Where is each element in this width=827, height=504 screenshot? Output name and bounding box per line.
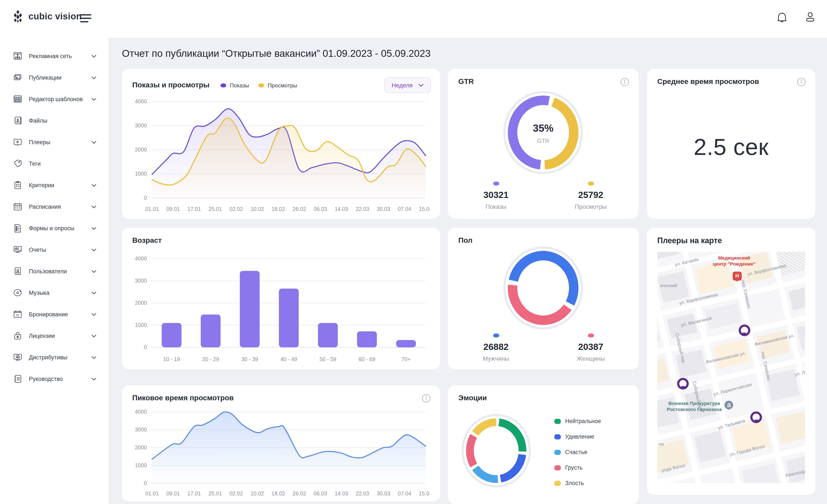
sidebar-item-schedule[interactable]: Расписания [0, 196, 108, 217]
card-age: Возраст 0100020003000400010 - 1920 - 293… [122, 228, 440, 369]
sidebar-item-booking[interactable]: 31Бронирование [0, 303, 108, 325]
sidebar-item-reports[interactable]: Очеты [0, 239, 108, 261]
map-player-marker[interactable] [677, 378, 689, 389]
legend-dot [554, 465, 561, 470]
card-title-age: Возраст [132, 236, 162, 245]
info-icon[interactable] [620, 77, 629, 88]
stat-label: Мужчины [483, 355, 509, 362]
svg-text:30.03: 30.03 [377, 206, 390, 212]
svg-text:15.04: 15.04 [419, 206, 430, 212]
svg-text:2000: 2000 [135, 300, 147, 306]
sidebar-item-template-editor[interactable]: Редактор шаблонов [0, 88, 108, 110]
sidebar-item-label: Пользователи [29, 268, 67, 274]
sidebar-item-users[interactable]: Пользователи [0, 261, 108, 282]
svg-text:10 - 19: 10 - 19 [163, 356, 180, 362]
emotions-legend: НейтральноеУдивлениеСчастьеГрустьЗлость [554, 418, 601, 486]
card-emotions: Эмоции НейтральноеУдивлениеСчастьеГрусть… [448, 385, 639, 504]
svg-text:06.03: 06.03 [313, 491, 327, 497]
emotions-donut-chart [450, 408, 545, 493]
legend-dot [554, 418, 561, 424]
gtr-stats: 30321Показы25792Просмотры [448, 182, 639, 210]
sidebar-item-label: Расписания [29, 203, 61, 210]
medical-center-pin[interactable]: Н [733, 271, 742, 280]
svg-text:0: 0 [144, 195, 147, 201]
map-player-marker[interactable] [750, 411, 762, 423]
svg-text:15.04: 15.04 [419, 491, 430, 497]
template-editor-icon [13, 94, 22, 104]
svg-text:07.04: 07.04 [398, 491, 411, 497]
poi-label: Военная ПрокуратураРостовского Гарнизона [667, 401, 722, 413]
sidebar-item-network[interactable]: Рекламная сеть [0, 45, 108, 67]
sidebar-item-tags[interactable]: Теги [0, 153, 108, 174]
map-player-marker[interactable] [738, 325, 750, 336]
players-map[interactable]: ул. Катаеваул. Варфоломеевапер. Семашкоу… [657, 252, 805, 483]
user-profile-icon[interactable] [805, 11, 816, 23]
brand-logo[interactable]: cubic vision [12, 9, 82, 23]
avg-view-time-value: 2.5 сек [647, 133, 815, 160]
emotions-legend-item: Нейтральное [554, 418, 601, 425]
svg-text:4000: 4000 [135, 256, 147, 262]
legend-item: Просмотры [259, 82, 297, 89]
music-icon [13, 288, 22, 297]
street-label: ический [660, 283, 677, 288]
publications-icon [13, 73, 22, 82]
sidebar-item-guide[interactable]: Руководство [0, 368, 108, 390]
chevron-down-icon [91, 203, 96, 211]
svg-text:14.03: 14.03 [335, 491, 348, 497]
svg-text:70+: 70+ [401, 356, 410, 362]
legend-dot [554, 481, 561, 486]
sidebar-item-players[interactable]: Плееры [0, 131, 108, 153]
info-icon[interactable] [422, 394, 431, 405]
sidebar-item-files[interactable]: Файлы [0, 110, 108, 131]
top-header: cubic vision [0, 0, 827, 38]
notifications-bell-icon[interactable] [777, 11, 787, 23]
map-tiles [657, 252, 805, 483]
svg-text:02.02: 02.02 [229, 206, 243, 212]
sidebar-item-criteria[interactable]: Критерии [0, 174, 108, 196]
svg-text:40 - 49: 40 - 49 [280, 356, 297, 362]
stat-value: 25792 [578, 190, 603, 200]
card-avg-view-time: Среднее время просмотров 2.5 сек [647, 69, 815, 219]
stat-женщины: 20387Женщины [565, 334, 617, 362]
legend-dot [554, 450, 561, 455]
info-icon[interactable] [797, 77, 806, 88]
card-title-gtr: GTR [458, 77, 474, 86]
sidebar-item-licenses[interactable]: Лицензии [0, 325, 108, 346]
sidebar-item-distributives[interactable]: Дистрибутивы [0, 346, 108, 368]
sidebar-item-label: Очеты [29, 246, 46, 253]
stat-dot [493, 182, 499, 185]
chevron-down-icon [91, 332, 96, 340]
chart-legend: ПоказыПросмотры [221, 82, 297, 89]
svg-text:25.01: 25.01 [208, 206, 222, 212]
sidebar-item-label: Музыка [29, 289, 50, 296]
chevron-down-icon [91, 52, 96, 60]
sidebar-item-label: Плееры [29, 139, 50, 145]
svg-text:14.03: 14.03 [335, 206, 348, 212]
stat-label: Показы [486, 203, 506, 210]
svg-text:20 - 29: 20 - 29 [202, 356, 219, 362]
svg-text:26.02: 26.02 [293, 206, 306, 212]
svg-text:0: 0 [144, 480, 147, 486]
svg-text:18.02: 18.02 [272, 491, 285, 497]
stat-dot [588, 182, 594, 185]
sidebar-item-label: Редактор шаблонов [29, 96, 83, 102]
stat-dot [588, 334, 594, 337]
sidebar-item-forms[interactable]: Формы и опросы [0, 217, 108, 239]
sidebar-item-publications[interactable]: Публикации [0, 67, 108, 88]
svg-text:10.02: 10.02 [250, 491, 264, 497]
menu-toggle-icon[interactable] [80, 14, 91, 22]
chevron-down-icon [91, 73, 96, 81]
street-label: на [659, 441, 664, 447]
svg-text:2000: 2000 [135, 147, 147, 153]
licenses-icon [13, 331, 22, 340]
sidebar-item-music[interactable]: Музыка [0, 282, 108, 303]
main-content: Отчет по публикации “Открытые вакансии” … [108, 38, 827, 504]
chevron-down-icon [419, 84, 424, 87]
stat-label: Просмотры [575, 203, 607, 210]
stat-показы: 30321Показы [470, 182, 522, 210]
sidebar-item-label: Бронирование [29, 311, 68, 318]
svg-text:18.02: 18.02 [272, 206, 285, 212]
criteria-icon [13, 180, 22, 190]
period-select[interactable]: Неделя [384, 77, 431, 93]
sidebar-item-label: Формы и опросы [29, 225, 74, 231]
